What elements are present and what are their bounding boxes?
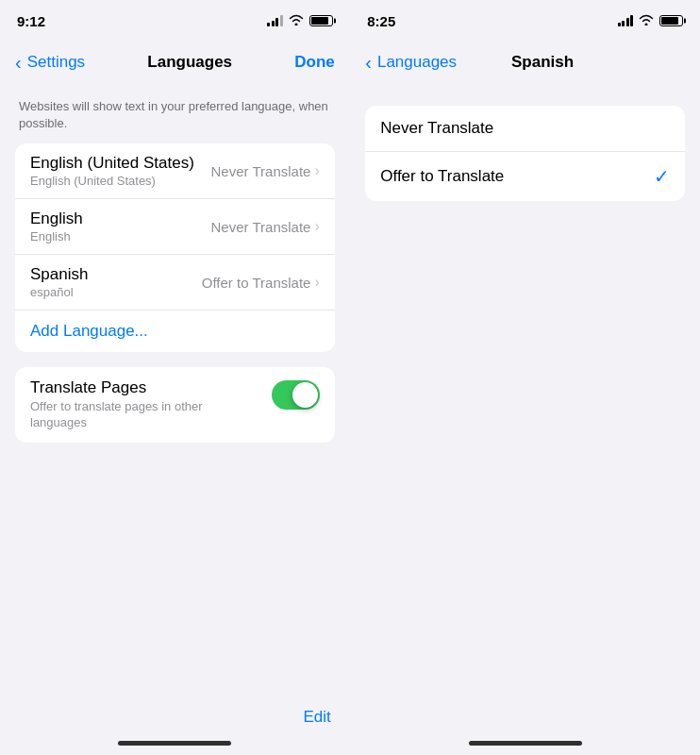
lang-setting-spanish: Offer to Translate: [202, 275, 311, 291]
left-home-indicator: [0, 734, 350, 755]
language-item-english-us[interactable]: English (United States) English (United …: [15, 143, 335, 199]
left-content: Websites will show text in your preferre…: [0, 83, 350, 734]
lang-setting-english: Never Translate: [211, 219, 311, 235]
right-nav-bar: ‹ Languages Spanish: [350, 42, 700, 83]
lang-subtitle-english: English: [30, 229, 83, 243]
translate-pages-title: Translate Pages: [30, 378, 260, 397]
right-status-icons: [618, 14, 684, 28]
right-status-bar: 8:25: [350, 0, 700, 42]
offer-to-translate-option[interactable]: Offer to Translate ✓: [365, 152, 685, 201]
add-language-item[interactable]: Add Language...: [15, 310, 335, 352]
translate-pages-card: Translate Pages Offer to translate pages…: [15, 367, 335, 443]
home-bar: [118, 741, 231, 746]
toggle-knob: [292, 382, 318, 408]
right-back-label: Languages: [377, 53, 457, 72]
chevron-right-icon: ›: [314, 162, 319, 179]
left-nav-title: Languages: [147, 53, 232, 72]
wifi-icon: [289, 14, 304, 28]
translate-pages-subtitle: Offer to translate pages in other langua…: [30, 399, 260, 431]
chevron-right-icon-2: ›: [314, 218, 319, 235]
left-nav-bar: ‹ Settings Languages Done: [0, 42, 350, 83]
never-translate-option[interactable]: Never Translate: [365, 106, 685, 152]
right-battery-icon: [659, 15, 683, 26]
lang-title-english-us: English (United States): [30, 154, 194, 173]
lang-title-spanish: Spanish: [30, 265, 88, 284]
right-content: Never Translate Offer to Translate ✓: [350, 83, 700, 734]
settings-back-button[interactable]: ‹ Settings: [15, 52, 85, 74]
done-button[interactable]: Done: [294, 53, 335, 72]
back-chevron-icon: ‹: [15, 52, 22, 74]
languages-card: English (United States) English (United …: [15, 143, 335, 352]
translation-options-card: Never Translate Offer to Translate ✓: [365, 106, 685, 201]
languages-back-button[interactable]: ‹ Languages: [365, 52, 457, 74]
chevron-right-icon-3: ›: [314, 274, 319, 291]
offer-to-translate-label: Offer to Translate: [380, 167, 504, 186]
translate-pages-toggle[interactable]: [272, 380, 320, 410]
language-item-spanish[interactable]: Spanish español Offer to Translate ›: [15, 255, 335, 310]
right-phone-panel: 8:25 ‹ Languages: [350, 0, 700, 755]
right-wifi-icon: [639, 14, 654, 28]
lang-title-english: English: [30, 210, 83, 228]
never-translate-label: Never Translate: [380, 119, 493, 138]
lang-setting-english-us: Never Translate: [211, 163, 311, 179]
left-status-icons: [267, 14, 333, 28]
right-back-chevron-icon: ‹: [365, 52, 372, 74]
add-language-label: Add Language...: [30, 322, 148, 341]
edit-button[interactable]: Edit: [303, 708, 330, 727]
left-status-bar: 9:12: [0, 0, 350, 42]
lang-subtitle-spanish: español: [30, 285, 88, 299]
description-text: Websites will show text in your preferre…: [19, 98, 331, 132]
language-item-english[interactable]: English English Never Translate ›: [15, 199, 335, 255]
signal-icon: [267, 15, 283, 26]
right-home-indicator: [350, 734, 700, 755]
right-status-time: 8:25: [367, 13, 395, 29]
battery-icon: [309, 15, 333, 26]
right-signal-icon: [618, 15, 634, 26]
translate-pages-row: Translate Pages Offer to translate pages…: [15, 367, 335, 443]
right-home-bar: [469, 741, 582, 746]
checkmark-icon: ✓: [654, 165, 670, 188]
right-nav-title: Spanish: [511, 53, 574, 72]
back-label: Settings: [27, 53, 85, 72]
lang-subtitle-english-us: English (United States): [30, 174, 194, 188]
left-phone-panel: 9:12 ‹ Settings: [0, 0, 350, 755]
left-status-time: 9:12: [17, 13, 45, 29]
